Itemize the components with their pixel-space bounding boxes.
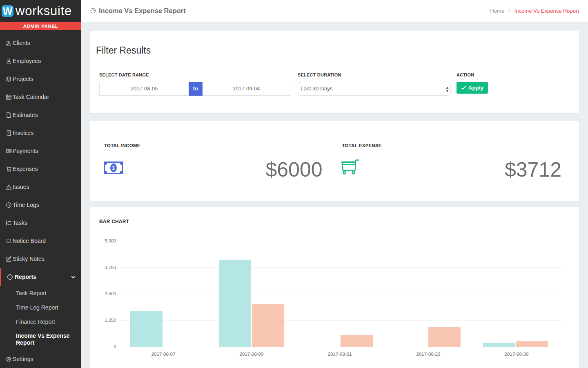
svg-text:1: 1 bbox=[112, 165, 115, 171]
